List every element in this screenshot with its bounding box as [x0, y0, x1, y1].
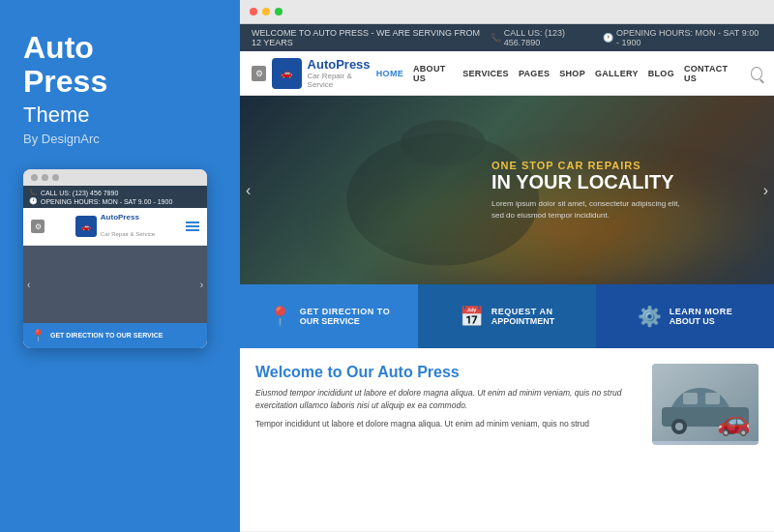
site-logo: 🚗 AutoPress Car Repair & Service [272, 57, 376, 89]
direction-icon: 📍 [268, 305, 292, 328]
cta-appointment-title: REQUEST AN [491, 307, 555, 316]
logo-name: AutoPress [308, 57, 376, 72]
nav-blog[interactable]: BLOG [648, 69, 674, 78]
svg-point-8 [728, 423, 735, 430]
dot-1 [31, 174, 38, 181]
cta-appointment-sub: APPOINTMENT [491, 316, 555, 326]
mobile-hero: ‹ › [23, 246, 207, 323]
phone-icon-info: 📞 [491, 33, 501, 43]
cta-appointment[interactable]: 📅 REQUEST AN APPOINTMENT [418, 284, 596, 348]
welcome-body1: Eiusmod tempor incididunt ut labore et d… [255, 387, 639, 412]
clock-icon-info: 🕐 [603, 33, 613, 43]
mobile-location-icon: 📍 [31, 329, 45, 342]
welcome-heading: Welcome to Our Auto Press [255, 364, 639, 381]
mobile-logo-sub: Car Repair & Service [101, 231, 155, 237]
clock-icon: 🕐 [29, 197, 38, 205]
mobile-logo-icon: 🚗 [75, 216, 97, 237]
mobile-window-dots [23, 169, 207, 186]
cta-bar: 📍 GET DIRECTION TO OUR SERVICE 📅 REQUEST… [240, 284, 774, 348]
mobile-preview: 📞 CALL US: (123) 456 7890 🕐 OPENING HOUR… [23, 169, 207, 348]
main-nav: ⚙ 🚗 AutoPress Car Repair & Service HOME … [240, 51, 774, 96]
appointment-icon: 📅 [460, 305, 484, 328]
welcome-body2: Tempor incididunt ut labore et dolore ma… [255, 418, 639, 430]
mobile-prev-arrow[interactable]: ‹ [27, 279, 30, 289]
mobile-logo: 🚗 AutoPress Car Repair & Service [75, 213, 155, 240]
hamburger-menu[interactable] [186, 222, 199, 231]
svg-point-6 [675, 423, 683, 430]
nav-shop[interactable]: SHOP [559, 69, 585, 78]
browser-minimize-dot [262, 8, 270, 15]
phone-info: 📞 CALL US: (123) 456.7890 [491, 28, 589, 47]
phone-icon: 📞 [29, 189, 38, 196]
welcome-image [652, 364, 759, 445]
nav-links: HOME ABOUT US SERVICES PAGES SHOP GALLER… [376, 64, 762, 83]
hero-description: Lorem ipsum dolor sit amet, consectetur … [491, 198, 685, 220]
cta-learn-more-title: LEARN MORE [670, 307, 733, 316]
logo-sub: Car Repair & Service [308, 72, 376, 89]
mobile-gear-button[interactable]: ⚙ [31, 220, 45, 233]
hero-title: IN YOUR LOCALITY [491, 171, 685, 192]
browser-maximize-dot [275, 8, 283, 15]
nav-search-button[interactable] [751, 67, 762, 80]
info-bar-welcome: WELCOME TO AUTO PRESS - WE ARE SERVING F… [252, 28, 491, 47]
mobile-nav: ⚙ 🚗 AutoPress Car Repair & Service [23, 208, 207, 246]
mobile-topbar: 📞 CALL US: (123) 456 7890 🕐 OPENING HOUR… [23, 186, 207, 208]
welcome-heading-colored: Auto Press [377, 364, 459, 380]
welcome-section: Welcome to Our Auto Press Eiusmod tempor… [240, 348, 774, 457]
dot-2 [42, 174, 48, 181]
app-subtitle: Theme [23, 103, 217, 128]
welcome-text: Welcome to Our Auto Press Eiusmod tempor… [255, 364, 639, 445]
site-wrapper: WELCOME TO AUTO PRESS - WE ARE SERVING F… [240, 24, 774, 531]
app-by: By DesignArc [23, 132, 217, 146]
mobile-cta-bar: 📍 GET DIRECTION TO OUR SERVICE [23, 323, 207, 348]
svg-point-7 [724, 419, 739, 434]
cta-direction[interactable]: 📍 GET DIRECTION TO OUR SERVICE [240, 284, 418, 348]
cta-direction-title: GET DIRECTION TO [300, 307, 390, 316]
left-panel: Auto Press Theme By DesignArc 📞 CALL US:… [0, 0, 240, 532]
car-image-svg [652, 364, 759, 441]
hero-subtitle: ONE STOP CAR REPAIRS [491, 160, 685, 171]
hero-next-arrow[interactable]: › [763, 182, 768, 199]
hours-info: 🕐 OPENING HOURS: MON - SAT 9:00 - 1900 [603, 28, 762, 47]
app-title: Auto Press [23, 31, 217, 99]
nav-gear-button[interactable]: ⚙ [252, 66, 266, 81]
mobile-hero-arrows: ‹ › [23, 279, 207, 289]
right-panel: WELCOME TO AUTO PRESS - WE ARE SERVING F… [240, 0, 774, 532]
logo-icon: 🚗 [272, 58, 301, 89]
cta-direction-text: GET DIRECTION TO OUR SERVICE [300, 307, 390, 326]
mobile-hours-label: OPENING HOURS: MON - SAT 9.00 - 1900 [41, 198, 172, 205]
svg-rect-9 [683, 393, 698, 404]
browser-chrome [240, 0, 774, 24]
browser-close-dot [250, 8, 257, 15]
cta-learn-more-sub: ABOUT US [670, 316, 733, 326]
info-bar: WELCOME TO AUTO PRESS - WE ARE SERVING F… [240, 24, 774, 51]
nav-pages[interactable]: PAGES [519, 69, 550, 78]
hero-prev-arrow[interactable]: ‹ [246, 182, 251, 199]
cta-direction-sub: OUR SERVICE [300, 316, 390, 326]
dot-3 [52, 174, 59, 181]
mobile-logo-name: AutoPress [101, 213, 155, 222]
svg-rect-10 [705, 393, 720, 404]
mobile-cta-label: GET DIRECTION TO OUR SERVICE [50, 332, 163, 339]
cta-learn-more[interactable]: ⚙️ LEARN MORE ABOUT US [596, 284, 774, 348]
info-bar-right: 📞 CALL US: (123) 456.7890 🕐 OPENING HOUR… [491, 28, 762, 47]
hero-section: ‹ ONE STOP CAR REPAIRS IN YOUR LOCALITY … [240, 96, 774, 284]
mobile-phone-label: CALL US: (123) 456 7890 [41, 190, 118, 196]
cta-appointment-text: REQUEST AN APPOINTMENT [491, 307, 555, 326]
nav-contact[interactable]: CONTACT US [684, 64, 733, 83]
welcome-heading-plain: Welcome to Our [255, 364, 373, 380]
learn-more-icon: ⚙️ [638, 305, 662, 328]
nav-services[interactable]: SERVICES [462, 69, 509, 78]
nav-gallery[interactable]: GALLERY [595, 69, 639, 78]
svg-point-2 [401, 120, 486, 165]
mobile-next-arrow[interactable]: › [200, 279, 203, 289]
hero-content: ONE STOP CAR REPAIRS IN YOUR LOCALITY Lo… [240, 160, 685, 220]
cta-learn-more-text: LEARN MORE ABOUT US [670, 307, 733, 326]
nav-about[interactable]: ABOUT US [413, 64, 453, 83]
nav-home[interactable]: HOME [376, 69, 403, 78]
